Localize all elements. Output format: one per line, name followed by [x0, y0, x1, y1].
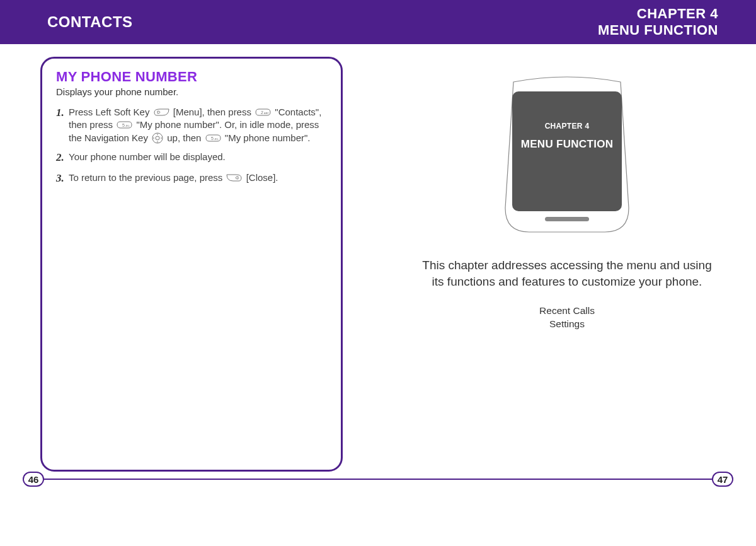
step-number: 3.: [56, 171, 69, 186]
chapter-description: This chapter addresses accessing the men…: [419, 257, 715, 289]
key-5-icon: 5JKL: [117, 121, 132, 129]
key-5-icon: 5JKL: [205, 134, 221, 142]
content-spread: MY PHONE NUMBER Displays your phone numb…: [0, 44, 756, 503]
svg-text:ABC: ABC: [264, 112, 269, 115]
svg-text:5: 5: [211, 136, 214, 141]
header-left-title: CONTACTS: [47, 13, 133, 31]
step-item: 3.To return to the previous page, press …: [56, 171, 327, 186]
footer-rule: [40, 479, 378, 480]
page-number-left: 46: [23, 472, 44, 487]
header-bar: CONTACTS CHAPTER 4 MENU FUNCTION: [0, 0, 756, 44]
phone-illustration: CHAPTER 4 MENU FUNCTION: [501, 76, 633, 233]
header-right-title: CHAPTER 4 MENU FUNCTION: [598, 6, 718, 39]
callout-title: MY PHONE NUMBER: [56, 69, 327, 85]
callout-subtitle: Displays your phone number.: [56, 86, 327, 97]
step-body: Press Left Soft Key [Menu], then press 2…: [69, 106, 327, 144]
step-item: 2.Your phone number will be displayed.: [56, 151, 327, 165]
svg-text:5: 5: [122, 123, 125, 127]
step-list: 1.Press Left Soft Key [Menu], then press…: [56, 106, 327, 186]
header-chapter: CHAPTER 4: [598, 6, 718, 22]
nav-key-icon: [152, 132, 163, 144]
step-body: To return to the previous page, press [C…: [69, 171, 327, 186]
right-soft-key-icon: [226, 174, 242, 182]
chapter-intro: CHAPTER 4 MENU FUNCTION This chapter add…: [397, 57, 737, 331]
step-body: Your phone number will be displayed.: [69, 151, 327, 165]
svg-text:2: 2: [261, 110, 263, 115]
footer-rule: [378, 479, 716, 480]
key-2-icon: 2ABC: [255, 108, 271, 116]
svg-text:JKL: JKL: [125, 124, 130, 127]
left-page: MY PHONE NUMBER Displays your phone numb…: [0, 44, 378, 503]
callout-box: MY PHONE NUMBER Displays your phone numb…: [40, 57, 343, 472]
step-item: 1.Press Left Soft Key [Menu], then press…: [56, 106, 327, 144]
header-section: MENU FUNCTION: [598, 22, 718, 38]
phone-screen: CHAPTER 4 MENU FUNCTION: [512, 91, 622, 211]
right-page: CHAPTER 4 MENU FUNCTION This chapter add…: [378, 44, 756, 503]
svg-rect-6: [545, 217, 589, 221]
chapter-topic: Settings: [539, 318, 595, 331]
svg-text:JKL: JKL: [214, 137, 219, 141]
phone-chapter-label: CHAPTER 4: [545, 122, 590, 131]
chapter-topics: Recent CallsSettings: [539, 305, 595, 331]
step-number: 2.: [56, 151, 69, 165]
page-number-right: 47: [712, 472, 733, 487]
chapter-topic: Recent Calls: [539, 305, 595, 318]
step-number: 1.: [56, 106, 69, 144]
phone-title: MENU FUNCTION: [521, 138, 614, 151]
left-soft-key-icon: [154, 108, 169, 116]
